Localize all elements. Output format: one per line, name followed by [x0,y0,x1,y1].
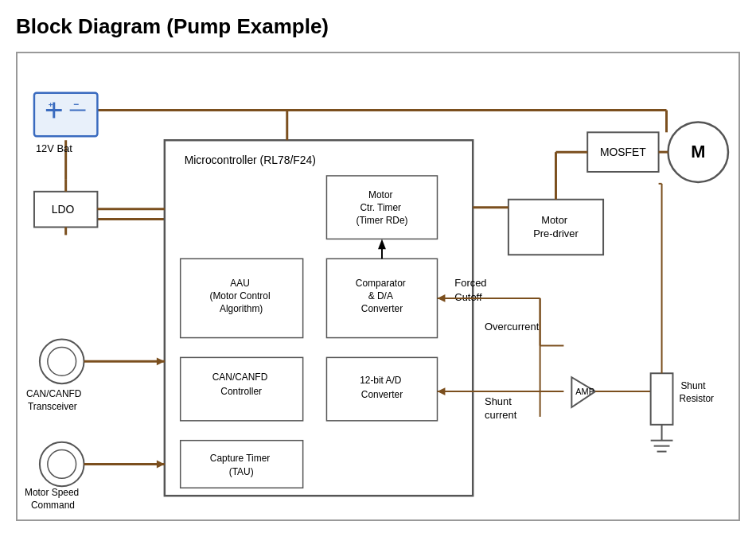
motor-speed-label: Motor Speed Command [25,487,81,511]
ldo-label: LDO [52,203,75,216]
overcurrent-label: Overcurrent [485,321,540,333]
motor-speed-arrow [157,461,165,469]
can-transceiver-circle1-inner [48,347,76,375]
battery-box [34,93,97,137]
can-arrow [157,357,165,365]
page-title: Block Diagram (Pump Example) [16,14,740,39]
page: Block Diagram (Pump Example) + [0,0,756,533]
shunt-current-label2: current [485,409,517,421]
diagram-area: + − 12V Bat LDO Microcontroller (RL78/F2… [16,52,740,521]
motor-label: M [691,142,705,161]
mcu-label: Microcontroller (RL78/F24) [185,154,316,166]
svg-text:−: − [74,99,80,110]
shunt-current-label: Shunt [485,395,512,407]
capture-timer-box [181,441,303,488]
motor-speed-circle-inner [48,450,76,479]
svg-text:+: + [49,100,53,109]
amp-label: AMP [575,387,594,396]
diagram-svg: + − 12V Bat LDO Microcontroller (RL78/F2… [18,53,738,519]
shunt-resistor-label: Shunt Resistor [679,380,714,404]
can-transceiver-label: CAN/CANFD Transceiver [26,388,84,412]
bat-label: 12V Bat [36,142,72,154]
shunt-resistor-box [651,373,673,425]
mosfet-label: MOSFET [600,146,646,158]
